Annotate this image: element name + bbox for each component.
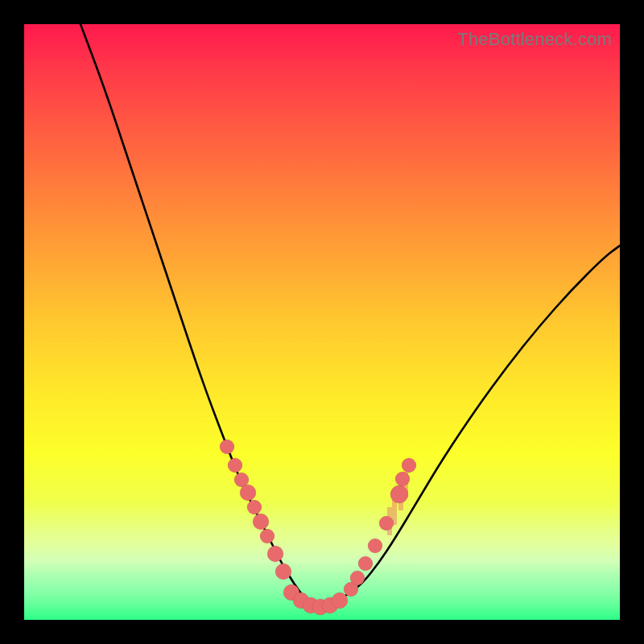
data-dot — [350, 571, 365, 585]
data-dot — [220, 440, 234, 454]
curve-right — [314, 246, 620, 608]
data-dot — [390, 485, 408, 503]
data-dot — [260, 529, 275, 543]
chart-frame: TheBottleneck.com — [24, 24, 620, 620]
data-dot — [358, 556, 373, 571]
curve-left — [80, 24, 314, 608]
data-dot — [267, 546, 283, 562]
data-dot — [379, 516, 394, 530]
data-dot — [395, 472, 410, 486]
data-dot — [402, 458, 416, 473]
plot-svg — [24, 24, 620, 620]
data-dot — [275, 564, 291, 580]
data-dot — [247, 500, 262, 514]
watermark-text: TheBottleneck.com — [457, 29, 612, 50]
data-dot — [332, 592, 348, 609]
data-dot — [368, 539, 382, 553]
data-dot — [253, 514, 269, 530]
data-dot — [240, 485, 256, 501]
dots-group — [220, 440, 416, 615]
data-dot — [228, 458, 242, 473]
